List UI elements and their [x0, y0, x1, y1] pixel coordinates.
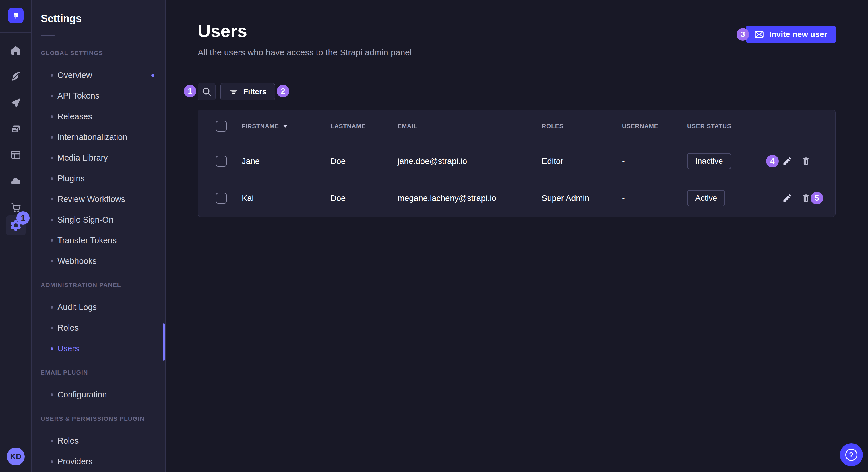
sidebar-item-configuration[interactable]: Configuration	[41, 384, 155, 405]
select-all-checkbox[interactable]	[216, 121, 227, 132]
layout-icon[interactable]	[9, 148, 22, 161]
annotation-badge-4: 4	[766, 155, 779, 167]
sidebar-item-releases[interactable]: Releases	[41, 106, 155, 127]
annotation-badge-2: 2	[277, 85, 289, 98]
trash-icon	[801, 193, 811, 203]
pencil-icon	[782, 193, 793, 203]
delete-user-button[interactable]	[799, 155, 812, 167]
page-subtitle: All the users who have access to the Str…	[198, 47, 412, 57]
page-title: Users	[198, 21, 247, 41]
nav-list-administration-panel: Audit Logs Roles Users	[41, 297, 155, 359]
cell-roles: Super Admin	[541, 194, 589, 203]
row-checkbox[interactable]	[216, 193, 227, 204]
bullet-icon	[51, 198, 53, 200]
nav-list-email-plugin: Configuration	[41, 384, 155, 405]
column-header-user-status: USER STATUS	[687, 123, 732, 130]
sidebar-item-users[interactable]: Users	[41, 338, 155, 359]
nav-list-users-permissions: Roles Providers	[41, 430, 155, 472]
filters-button[interactable]: Filters	[220, 83, 275, 100]
sidebar-item-providers[interactable]: Providers	[41, 451, 155, 472]
table-row: Kai Doe megane.lacheny@strapi.io Super A…	[198, 179, 835, 216]
column-header-email: EMAIL	[398, 123, 417, 130]
cell-roles: Editor	[541, 157, 563, 166]
strapi-logo[interactable]	[8, 8, 24, 23]
annotation-badge-5: 5	[811, 192, 823, 204]
sidebar-item-single-sign-on[interactable]: Single Sign-On	[41, 209, 155, 230]
sidebar-item-roles-admin[interactable]: Roles	[41, 317, 155, 338]
bullet-icon	[51, 136, 53, 138]
nav-group-header-global-settings: GLOBAL SETTINGS	[41, 49, 155, 57]
sidebar-item-audit-logs[interactable]: Audit Logs	[41, 297, 155, 317]
bullet-icon	[51, 327, 53, 329]
sidebar-item-plugins[interactable]: Plugins	[41, 168, 155, 189]
settings-sidebar: Settings GLOBAL SETTINGS Overview API To…	[32, 0, 166, 472]
sidebar-item-roles-up[interactable]: Roles	[41, 430, 155, 451]
bullet-icon	[51, 177, 53, 180]
sidebar-item-overview[interactable]: Overview	[41, 65, 155, 86]
help-button[interactable]: ?	[840, 443, 863, 466]
media-library-icon[interactable]	[9, 123, 22, 135]
sidebar-item-review-workflows[interactable]: Review Workflows	[41, 189, 155, 209]
annotation-badge-1: 1	[184, 85, 196, 98]
edit-user-button[interactable]	[781, 192, 794, 204]
bullet-icon	[51, 306, 53, 308]
strapi-logo-icon	[11, 11, 20, 20]
question-mark-icon: ?	[845, 449, 857, 461]
sort-desc-icon	[283, 125, 288, 128]
bullet-icon	[51, 260, 53, 262]
sidebar-title: Settings	[41, 12, 155, 25]
sidebar-item-transfer-tokens[interactable]: Transfer Tokens	[41, 230, 155, 250]
filters-button-label: Filters	[243, 88, 267, 96]
cell-firstname: Jane	[242, 157, 260, 166]
cell-lastname: Doe	[330, 157, 346, 166]
sidebar-item-internationalization[interactable]: Internationalization	[41, 127, 155, 147]
bullet-icon	[51, 74, 53, 76]
cell-lastname: Doe	[330, 194, 346, 203]
sidebar-item-api-tokens[interactable]: API Tokens	[41, 86, 155, 106]
sidebar-item-webhooks[interactable]: Webhooks	[41, 250, 155, 271]
settings-notification-badge: 1	[17, 211, 30, 225]
cell-firstname: Kai	[242, 194, 254, 203]
nav-list-global-settings: Overview API Tokens Releases Internation…	[41, 65, 155, 271]
status-badge: Active	[687, 190, 725, 206]
home-icon[interactable]	[9, 44, 22, 57]
bullet-icon	[51, 394, 53, 396]
bullet-icon	[51, 239, 53, 242]
overview-notification-dot	[151, 74, 154, 77]
sidebar-title-rule	[41, 35, 55, 36]
paper-plane-icon[interactable]	[9, 96, 22, 109]
cell-email: jane.doe@strapi.io	[398, 157, 467, 166]
bullet-icon	[51, 347, 53, 350]
column-header-firstname[interactable]: FIRSTNAME	[242, 123, 288, 130]
envelope-icon	[754, 30, 764, 39]
delete-user-button[interactable]	[799, 192, 812, 204]
annotation-badge-3: 3	[737, 28, 749, 41]
bullet-icon	[51, 460, 53, 463]
nav-group-header-users-permissions-plugin: USERS & PERMISSIONS PLUGIN	[41, 415, 155, 423]
cell-username: -	[622, 157, 625, 166]
cloud-icon[interactable]	[9, 175, 22, 188]
sidebar-item-media-library[interactable]: Media Library	[41, 147, 155, 168]
status-badge: Inactive	[687, 153, 731, 169]
bullet-icon	[51, 218, 53, 221]
table-header-row: FIRSTNAME LASTNAME EMAIL ROLES USERNAME …	[198, 110, 835, 142]
bullet-icon	[51, 157, 53, 159]
invite-new-user-button[interactable]: Invite new user	[746, 26, 836, 43]
column-header-lastname: LASTNAME	[330, 123, 366, 130]
nav-group-header-administration-panel: ADMINISTRATION PANEL	[41, 281, 155, 289]
row-checkbox[interactable]	[216, 156, 227, 167]
users-table: FIRSTNAME LASTNAME EMAIL ROLES USERNAME …	[198, 109, 836, 217]
column-header-roles: ROLES	[541, 123, 563, 130]
bullet-icon	[51, 440, 53, 442]
sidebar-scrollbar-thumb[interactable]	[163, 324, 165, 361]
rail-divider-bottom	[0, 440, 32, 440]
app-rail: 1 KD	[0, 0, 32, 472]
pencil-icon	[782, 156, 793, 166]
search-button[interactable]	[198, 83, 216, 100]
feather-icon[interactable]	[9, 70, 22, 82]
user-avatar[interactable]: KD	[7, 448, 25, 465]
table-row: Jane Doe jane.doe@strapi.io Editor - Ina…	[198, 142, 835, 179]
edit-user-button[interactable]	[781, 155, 794, 167]
cell-username: -	[622, 194, 625, 203]
nav-group-header-email-plugin: EMAIL PLUGIN	[41, 369, 155, 376]
